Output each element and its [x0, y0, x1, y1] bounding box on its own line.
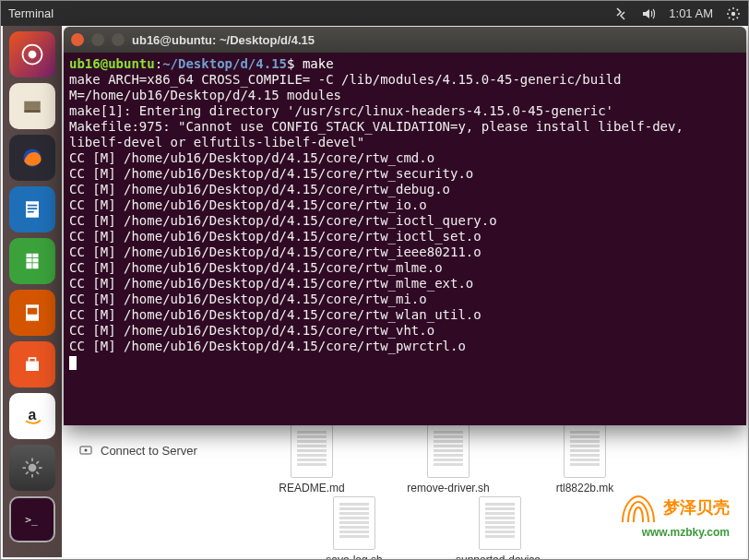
svg-text:>_: >_	[25, 513, 38, 526]
svg-point-21	[29, 464, 37, 472]
terminal-output-line: CC [M] /home/ub16/Desktop/d/4.15/core/rt…	[69, 323, 741, 339]
terminal-output-line: CC [M] /home/ub16/Desktop/d/4.15/core/rt…	[69, 307, 741, 323]
terminal-title: ub16@ubuntu: ~/Desktop/d/4.15	[132, 33, 315, 47]
svg-text:a: a	[29, 407, 37, 423]
file-item[interactable]: rtl8822b.mk	[534, 424, 636, 494]
window-close-button[interactable]	[71, 33, 84, 46]
terminal-window: ub16@ubuntu: ~/Desktop/d/4.15 ub16@ubunt…	[64, 27, 746, 425]
terminal-output-line: CC [M] /home/ub16/Desktop/d/4.15/core/rt…	[69, 244, 741, 260]
gear-icon[interactable]	[726, 6, 741, 21]
window-minimize-button[interactable]	[91, 33, 104, 46]
file-label: README.md	[279, 482, 344, 494]
window-maximize-button[interactable]	[112, 33, 125, 46]
prompt-user: ub16@ubuntu	[69, 56, 155, 71]
file-label: supported-device-IDs	[449, 554, 551, 560]
svg-rect-10	[28, 208, 38, 209]
terminal-output-line: CC [M] /home/ub16/Desktop/d/4.15/core/rt…	[69, 197, 741, 213]
files-manager-icon[interactable]	[9, 83, 55, 129]
svg-rect-9	[28, 205, 38, 207]
file-label: remove-driver.sh	[407, 482, 489, 494]
file-row-1: README.md remove-driver.sh rtl8822b.mk	[261, 424, 636, 494]
file-label: save-log.sh	[326, 554, 382, 560]
terminal-body[interactable]: ub16@ubuntu:~/Desktop/d/4.15$ make make …	[64, 53, 746, 425]
clock[interactable]: 1:01 AM	[669, 6, 713, 20]
watermark-text: 梦泽贝壳	[663, 498, 730, 517]
svg-point-0	[731, 11, 735, 15]
terminal-output-line: make[1]: Entering directory '/usr/src/li…	[69, 103, 741, 119]
file-row-2: save-log.sh supported-device-IDs	[303, 496, 551, 560]
libreoffice-writer-icon[interactable]	[9, 186, 55, 232]
terminal-output-line: CC [M] /home/ub16/Desktop/d/4.15/core/rt…	[69, 229, 741, 244]
terminal-prompt-line: ub16@ubuntu:~/Desktop/d/4.15$ make	[69, 56, 741, 72]
terminal-output-line: CC [M] /home/ub16/Desktop/d/4.15/core/rt…	[69, 166, 741, 182]
file-thumb-icon	[564, 424, 606, 478]
svg-rect-19	[26, 362, 39, 372]
terminal-cursor	[69, 356, 77, 370]
file-item[interactable]: README.md	[261, 424, 363, 494]
prompt-symbol: $	[287, 56, 294, 71]
top-menubar: Terminal 1:01 AM	[1, 1, 748, 26]
libreoffice-calc-icon[interactable]	[9, 238, 55, 284]
prompt-command: make	[303, 56, 334, 71]
file-thumb-icon	[427, 424, 470, 478]
svg-rect-6	[24, 110, 41, 113]
terminal-output-line: make ARCH=x86_64 CROSS_COMPILE= -C /lib/…	[69, 72, 741, 103]
terminal-output-line: CC [M] /home/ub16/Desktop/d/4.15/core/rt…	[69, 260, 741, 276]
libreoffice-impress-icon[interactable]	[9, 290, 55, 336]
app-title[interactable]: Terminal	[8, 6, 54, 20]
file-thumb-icon	[333, 496, 375, 550]
file-item[interactable]: supported-device-IDs	[449, 496, 551, 560]
svg-rect-11	[28, 211, 34, 213]
network-icon[interactable]	[613, 6, 628, 21]
terminal-launcher-icon[interactable]: >_	[9, 496, 55, 542]
amazon-icon[interactable]: a	[9, 393, 55, 439]
terminal-titlebar[interactable]: ub16@ubuntu: ~/Desktop/d/4.15	[64, 27, 746, 53]
connect-server-label: Connect to Server	[101, 444, 197, 458]
unity-launcher: a >_	[3, 26, 62, 557]
watermark-url: www.mzbky.com	[617, 526, 730, 539]
terminal-output-line: CC [M] /home/ub16/Desktop/d/4.15/core/rt…	[69, 292, 741, 307]
terminal-output-line: CC [M] /home/ub16/Desktop/d/4.15/core/rt…	[69, 150, 741, 166]
ubuntu-software-icon[interactable]	[9, 341, 55, 387]
svg-point-2	[85, 449, 88, 452]
svg-rect-5	[24, 101, 41, 110]
prompt-path: ~/Desktop/d/4.15	[162, 56, 287, 71]
svg-point-4	[29, 51, 37, 59]
terminal-output-line: CC [M] /home/ub16/Desktop/d/4.15/core/rt…	[69, 213, 741, 229]
volume-icon[interactable]	[641, 6, 656, 21]
dash-icon[interactable]	[9, 31, 55, 77]
file-item[interactable]: save-log.sh	[303, 496, 405, 560]
terminal-output-line: Makefile:975: "Cannot use CONFIG_STACK_V…	[69, 119, 741, 150]
file-item[interactable]: remove-driver.sh	[398, 424, 499, 494]
svg-rect-18	[28, 308, 38, 315]
system-settings-icon[interactable]	[9, 445, 55, 491]
terminal-output-line: CC [M] /home/ub16/Desktop/d/4.15/core/rt…	[69, 339, 741, 354]
file-thumb-icon	[291, 424, 333, 478]
terminal-output-line: CC [M] /home/ub16/Desktop/d/4.15/core/rt…	[69, 276, 741, 292]
connect-to-server[interactable]: Connect to Server	[78, 443, 197, 458]
file-label: rtl8822b.mk	[556, 482, 614, 494]
watermark: 梦泽贝壳 www.mzbky.com	[617, 493, 730, 539]
file-thumb-icon	[479, 496, 521, 550]
firefox-icon[interactable]	[9, 135, 55, 181]
terminal-output-line: CC [M] /home/ub16/Desktop/d/4.15/core/rt…	[69, 182, 741, 197]
